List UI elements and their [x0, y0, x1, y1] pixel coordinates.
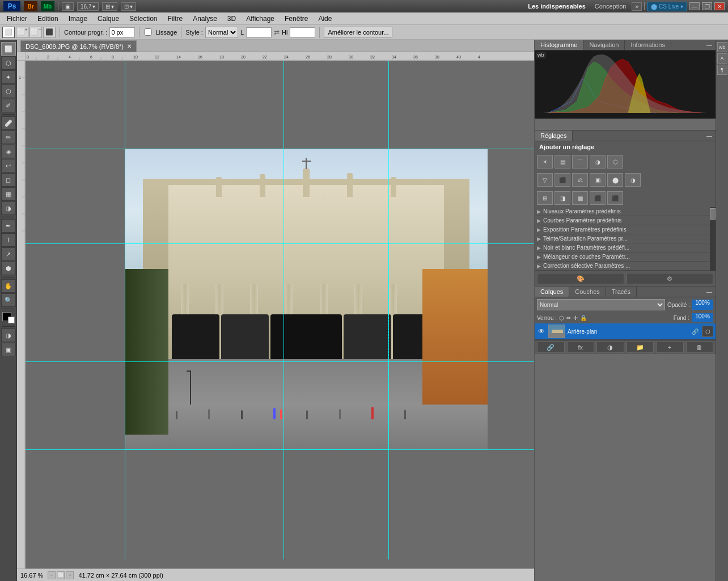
- lock-transparent[interactable]: ⬡: [559, 315, 564, 321]
- menu-image[interactable]: Image: [64, 14, 92, 24]
- cs-live-button[interactable]: ⬤ CS Live ▾: [647, 2, 687, 11]
- canvas-area[interactable]: 0 2 4 6 8 10 12 14 16 18 20 22 24 26: [17, 52, 534, 569]
- tool-path-selection[interactable]: ↗: [1, 247, 16, 261]
- layer-extra-btn[interactable]: ⬡: [702, 326, 713, 337]
- tool-pen[interactable]: ✒: [1, 219, 16, 233]
- blending-mode-select[interactable]: Normal: [537, 299, 665, 310]
- document-tab[interactable]: DSC_6009.JPG @ 16.7% (RVB/8*) ✕: [20, 40, 137, 52]
- adj-icon-invert[interactable]: ◑: [625, 173, 641, 187]
- opacity-input[interactable]: 100%: [692, 300, 713, 310]
- tool-eyedropper[interactable]: ✐: [1, 99, 16, 112]
- adj-icon-posterize[interactable]: ⊞: [537, 191, 553, 205]
- tool-type[interactable]: T: [1, 233, 16, 247]
- layer-style-btn[interactable]: fx: [567, 342, 595, 353]
- tool-stamp[interactable]: ◈: [1, 145, 16, 158]
- adj-item-teinte[interactable]: ▶ Teinte/Saturation Paramètres pr...: [535, 234, 710, 243]
- adj-icon-threshold[interactable]: ◨: [555, 191, 570, 205]
- mini-btn-2[interactable]: A: [717, 53, 727, 64]
- lock-all[interactable]: 🔒: [580, 315, 587, 321]
- tab-traces[interactable]: Tracés: [606, 287, 637, 297]
- tool-zoom[interactable]: 🔍: [1, 293, 16, 307]
- adj-collapse[interactable]: —: [703, 132, 716, 140]
- adj-item-exposition[interactable]: ▶ Exposition Paramètres prédéfinis: [535, 225, 710, 234]
- tool-magic-wand[interactable]: ✦: [1, 70, 16, 84]
- adj-icon-blackwhite[interactable]: ⚖: [572, 173, 588, 187]
- layer-delete-btn[interactable]: 🗑: [686, 342, 714, 353]
- layer-mask-btn[interactable]: ◑: [596, 342, 624, 353]
- menu-affichage[interactable]: Affichage: [242, 14, 279, 24]
- layer-new-btn[interactable]: +: [656, 342, 684, 353]
- image-size-dropdown[interactable]: ▣: [62, 2, 74, 11]
- tool-dodge[interactable]: ◑: [1, 201, 16, 215]
- menu-3d[interactable]: 3D: [223, 14, 240, 24]
- adj-add-icon[interactable]: 🎨: [537, 273, 624, 284]
- adj-item-correction[interactable]: ▶ Correction sélective Paramètres ...: [535, 262, 710, 271]
- menu-fenetre[interactable]: Fenêtre: [280, 14, 312, 24]
- add-selection-btn[interactable]: ⬜+: [16, 27, 28, 38]
- tool-screen-mode[interactable]: ▣: [1, 343, 16, 356]
- screen-mode[interactable]: ⊡▾: [121, 2, 136, 11]
- workspace-indispensables[interactable]: Les indispensables: [524, 2, 589, 11]
- menu-edition[interactable]: Edition: [33, 14, 63, 24]
- lock-paint[interactable]: ✏: [566, 315, 571, 321]
- tab-histogramme[interactable]: Histogramme: [535, 40, 583, 50]
- hi-input[interactable]: [290, 27, 315, 37]
- menu-analyse[interactable]: Analyse: [188, 14, 222, 24]
- layer-group-btn[interactable]: 📁: [627, 342, 654, 353]
- tab-couches[interactable]: Couches: [569, 287, 606, 297]
- adj-icon-exposure[interactable]: ◑: [590, 155, 606, 169]
- lissage-checkbox[interactable]: [145, 28, 152, 36]
- tab-reglages[interactable]: Réglages: [535, 130, 573, 141]
- close-button[interactable]: ✕: [714, 2, 725, 10]
- new-selection-btn[interactable]: ⬜: [2, 27, 15, 38]
- minimize-button[interactable]: —: [689, 2, 700, 10]
- intersect-selection-btn[interactable]: ⬛: [43, 27, 56, 38]
- adj-item-niveaux[interactable]: ▶ Niveaux Paramètres prédéfinis: [535, 207, 710, 216]
- tool-hand[interactable]: ✋: [1, 279, 16, 293]
- menu-aide[interactable]: Aide: [314, 14, 336, 24]
- br-logo[interactable]: Br: [24, 1, 37, 11]
- adj-icon-gradient-map[interactable]: ▦: [572, 191, 588, 205]
- adj-item-noir[interactable]: ▶ Noir et blanc Paramètres prédéfi...: [535, 243, 710, 252]
- adj-scrollbar[interactable]: [710, 207, 716, 271]
- menu-selection[interactable]: Sélection: [125, 14, 162, 24]
- tab-informations[interactable]: Informations: [625, 40, 671, 50]
- adj-icon-hsl[interactable]: ▽: [537, 173, 553, 187]
- mini-btn-3[interactable]: ¶: [717, 65, 727, 75]
- mini-btn-1[interactable]: wb: [717, 42, 727, 52]
- ameliorer-button[interactable]: Améliorer le contour...: [324, 27, 392, 38]
- layer-link[interactable]: 🔗: [691, 327, 700, 336]
- menu-filtre[interactable]: Filtre: [163, 14, 187, 24]
- tool-shape[interactable]: ⬢: [1, 262, 16, 275]
- layer-link-btn[interactable]: 🔗: [537, 342, 565, 353]
- subtract-selection-btn[interactable]: ⬜−: [29, 27, 42, 38]
- adj-icon-curves[interactable]: ⌒: [572, 155, 588, 169]
- tool-brush[interactable]: ✏: [1, 130, 16, 144]
- tool-history[interactable]: ↩: [1, 159, 16, 172]
- tool-selection-rect[interactable]: ⬜: [1, 42, 16, 56]
- contour-input[interactable]: [109, 27, 135, 37]
- zoom-level[interactable]: 16.7 ▾: [77, 2, 99, 11]
- zoom-in-btn[interactable]: +: [66, 571, 74, 579]
- adj-icon-levels[interactable]: ▤: [555, 155, 570, 169]
- background-color[interactable]: [8, 317, 15, 323]
- adj-item-courbes[interactable]: ▶ Courbes Paramètres prédéfinis: [535, 216, 710, 225]
- lock-move[interactable]: ✛: [573, 315, 578, 321]
- tool-quick-mask[interactable]: ◑: [1, 329, 16, 342]
- layers-collapse[interactable]: —: [703, 288, 716, 296]
- menu-fichier[interactable]: Fichier: [2, 14, 32, 24]
- fit-view-btn[interactable]: ⬜: [57, 571, 65, 579]
- adj-icon-photofilter[interactable]: ▣: [590, 173, 606, 187]
- workspace-conception[interactable]: Conception: [591, 2, 630, 11]
- adj-icon-brightness[interactable]: ☀: [537, 155, 553, 169]
- workspace-next[interactable]: »: [632, 2, 642, 11]
- adj-options-icon[interactable]: ⚙: [627, 273, 714, 284]
- adj-icon-channelmixer[interactable]: ⬤: [607, 173, 623, 187]
- adj-icon-vibrance[interactable]: ⬡: [607, 155, 623, 169]
- tool-lasso[interactable]: ⬡: [1, 56, 16, 70]
- adj-icon-extra[interactable]: ⬛: [607, 191, 623, 205]
- arrange-dropdown[interactable]: ⊞▾: [102, 2, 117, 11]
- tab-calques[interactable]: Calques: [535, 287, 569, 297]
- tool-crop[interactable]: ⬡: [1, 85, 16, 98]
- histogram-collapse[interactable]: —: [703, 41, 716, 49]
